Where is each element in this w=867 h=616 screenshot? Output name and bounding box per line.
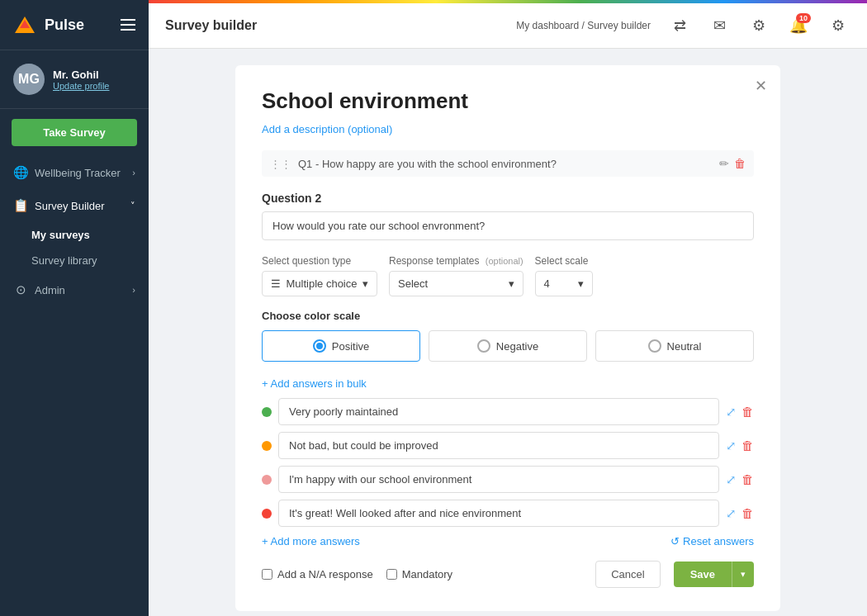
- answer-text-input[interactable]: [278, 466, 719, 493]
- na-response-group: Add a N/A response: [262, 568, 373, 580]
- cancel-button[interactable]: Cancel: [595, 561, 660, 588]
- sidebar-item-label: Wellbeing Tracker: [35, 167, 121, 179]
- user-settings-icon[interactable]: ⚙: [826, 13, 850, 38]
- user-name: Mr. Gohil: [53, 69, 110, 81]
- message-icon[interactable]: ✉: [707, 13, 732, 38]
- answer-actions: ⤢🗑: [726, 438, 754, 453]
- sidebar-item-label: Admin: [35, 284, 65, 296]
- survey-title: School environment: [262, 88, 754, 114]
- question-type-select[interactable]: ☰ Multiple choice ▾: [262, 271, 377, 296]
- save-button[interactable]: Save: [674, 562, 732, 587]
- edit-q1-icon[interactable]: ✏: [719, 157, 729, 170]
- share-icon[interactable]: ⇄: [667, 13, 692, 38]
- answer-color-dot: [262, 475, 272, 485]
- question-type-value: Multiple choice: [287, 277, 358, 290]
- radio-positive: [313, 339, 326, 353]
- answer-expand-icon[interactable]: ⤢: [726, 438, 737, 453]
- answer-text-input[interactable]: [278, 398, 719, 425]
- admin-icon: ⊙: [13, 282, 28, 297]
- reset-answers-button[interactable]: ↺ Reset answers: [670, 535, 754, 547]
- topbar-icons: ⇄ ✉ ⚙ 🔔 10 ⚙: [667, 13, 850, 38]
- avatar: MG: [13, 64, 45, 95]
- mandatory-group: Mandatory: [386, 568, 452, 580]
- negative-label: Negative: [496, 340, 538, 353]
- add-more-button[interactable]: + Add more answers: [262, 535, 360, 547]
- question2-label: Question 2: [262, 192, 754, 205]
- answer-row: ⤢🗑: [262, 466, 754, 493]
- answer-delete-icon[interactable]: 🗑: [741, 438, 754, 453]
- scale-label: Select scale: [535, 255, 593, 267]
- mandatory-checkbox[interactable]: [386, 569, 397, 580]
- sidebar-header: Pulse: [0, 0, 149, 50]
- answer-text-input[interactable]: [278, 432, 719, 459]
- chevron-down-icon: ▾: [362, 277, 368, 290]
- color-options: Positive Negative Neutral: [262, 330, 754, 362]
- color-option-negative[interactable]: Negative: [429, 330, 587, 362]
- my-surveys-label: My surveys: [31, 229, 90, 241]
- sidebar-item-label: Survey Builder: [35, 200, 105, 212]
- chevron-down-icon: ▾: [509, 277, 514, 290]
- sidebar-item-admin[interactable]: ⊙ Admin ›: [0, 273, 149, 306]
- scale-group: Select scale 4 ▾: [535, 255, 593, 296]
- survey-builder-icon: 📋: [13, 198, 28, 213]
- close-button[interactable]: ✕: [755, 77, 767, 95]
- topbar: Survey builder My dashboard / Survey bui…: [149, 3, 867, 49]
- color-option-positive[interactable]: Positive: [262, 330, 420, 362]
- answer-delete-icon[interactable]: 🗑: [741, 405, 754, 419]
- sidebar-nav: 🌐 Wellbeing Tracker › 📋 Survey Builder ˅…: [0, 156, 149, 616]
- response-template-select[interactable]: Select ▾: [389, 271, 524, 296]
- form-footer: Add a N/A response Mandatory Cancel Save…: [262, 561, 754, 588]
- app-logo: [13, 13, 36, 36]
- answer-delete-icon[interactable]: 🗑: [741, 506, 754, 520]
- response-template-label: Response templates (optional): [389, 255, 524, 267]
- notifications-icon[interactable]: 🔔 10: [786, 13, 811, 38]
- sidebar-item-survey-library[interactable]: Survey library: [12, 248, 149, 273]
- drag-handle-icon[interactable]: ⋮⋮: [270, 158, 291, 170]
- q1-text: Q1 - How happy are you with the school e…: [298, 158, 713, 170]
- answer-actions: ⤢🗑: [726, 506, 754, 521]
- delete-q1-icon[interactable]: 🗑: [734, 157, 746, 170]
- chevron-right-icon: ›: [132, 285, 135, 295]
- neutral-label: Neutral: [667, 340, 702, 353]
- survey-card: ✕ School environment Add a description (…: [235, 65, 780, 611]
- answer-row: ⤢🗑: [262, 432, 754, 459]
- take-survey-button[interactable]: Take Survey: [12, 119, 137, 146]
- chevron-right-icon: ›: [132, 168, 135, 178]
- answer-delete-icon[interactable]: 🗑: [741, 472, 754, 486]
- save-dropdown-button[interactable]: ▾: [732, 562, 754, 587]
- question-type-label: Select question type: [262, 255, 377, 267]
- settings-icon[interactable]: ⚙: [746, 13, 771, 38]
- radio-negative: [477, 339, 490, 353]
- breadcrumb: My dashboard / Survey builder: [516, 20, 651, 31]
- answer-row: ⤢🗑: [262, 500, 754, 527]
- radio-neutral: [648, 339, 661, 353]
- sidebar-item-survey-builder[interactable]: 📋 Survey Builder ˅: [0, 189, 149, 222]
- answer-expand-icon[interactable]: ⤢: [726, 472, 737, 487]
- answer-expand-icon[interactable]: ⤢: [726, 405, 737, 419]
- app-name: Pulse: [45, 17, 84, 34]
- chevron-down-icon: ˅: [130, 201, 135, 211]
- answer-expand-icon[interactable]: ⤢: [726, 506, 737, 521]
- hamburger-menu[interactable]: [121, 19, 135, 31]
- answer-text-input[interactable]: [278, 500, 719, 527]
- survey-library-label: Survey library: [31, 254, 97, 267]
- question-type-icon: ☰: [271, 277, 281, 290]
- answer-actions: ⤢🗑: [726, 472, 754, 487]
- save-group: Save ▾: [674, 562, 754, 587]
- scale-select[interactable]: 4 ▾: [535, 271, 593, 296]
- notif-badge: 10: [796, 13, 811, 23]
- positive-label: Positive: [332, 340, 370, 353]
- sidebar-item-wellbeing[interactable]: 🌐 Wellbeing Tracker ›: [0, 156, 149, 189]
- color-option-neutral[interactable]: Neutral: [595, 330, 754, 362]
- question2-input[interactable]: [262, 211, 754, 240]
- mandatory-label: Mandatory: [402, 568, 452, 580]
- answers-list: ⤢🗑⤢🗑⤢🗑⤢🗑: [262, 398, 754, 527]
- add-description-link[interactable]: Add a description (optional): [262, 123, 392, 135]
- answers-footer: + Add more answers ↺ Reset answers: [262, 535, 754, 547]
- sidebar-user: MG Mr. Gohil Update profile: [0, 50, 149, 109]
- response-template-placeholder: Select: [398, 277, 428, 290]
- sidebar-item-my-surveys[interactable]: My surveys: [12, 222, 149, 248]
- add-bulk-button[interactable]: + Add answers in bulk: [262, 377, 367, 390]
- na-response-checkbox[interactable]: [262, 569, 272, 580]
- update-profile-link[interactable]: Update profile: [53, 81, 110, 91]
